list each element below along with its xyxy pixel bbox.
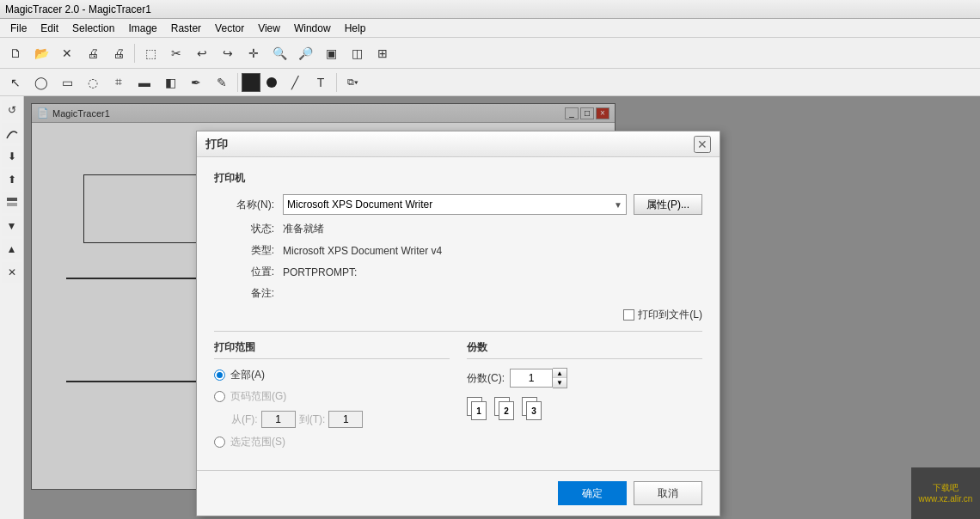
menu-help[interactable]: Help <box>338 21 373 36</box>
copies-row: 份数(C): ▲ ▼ <box>467 368 702 388</box>
spinner-up[interactable]: ▲ <box>553 369 567 378</box>
menu-raster[interactable]: Raster <box>164 21 208 36</box>
toolbar-main: 🗋 📂 ✕ 🖨 🖨 ⬚ ✂ ↩ ↪ ✛ 🔍 🔎 ▣ ◫ ⊞ <box>0 38 980 69</box>
lt-down-arrow[interactable]: ▼ <box>2 216 22 236</box>
svg-point-0 <box>266 77 277 88</box>
tb2-lasso[interactable]: ◯ <box>29 70 53 95</box>
lt-trace[interactable] <box>2 123 22 143</box>
lt-close2[interactable]: ✕ <box>2 262 22 283</box>
toolbar-tools: ↖ ◯ ▭ ◌ ⌗ ▬ ◧ ✒ ✎ ╱ T ⧉▾ <box>0 69 980 96</box>
tb-open[interactable]: 📂 <box>29 41 53 65</box>
radio-selection-label: 选定范围(S) <box>230 435 285 449</box>
radio-page-range-label: 页码范围(G) <box>230 389 286 404</box>
print-to-file-checkbox[interactable] <box>623 309 634 321</box>
tb2-layers[interactable]: ⧉▾ <box>340 70 364 95</box>
menu-edit[interactable]: Edit <box>34 21 65 36</box>
spinner-buttons: ▲ ▼ <box>553 368 567 388</box>
svg-rect-2 <box>7 203 17 206</box>
tb2-polyline[interactable]: ⌗ <box>107 70 131 95</box>
tb2-select[interactable]: ↖ <box>3 70 28 95</box>
print-to-file-label[interactable]: 打印到文件(L) <box>623 308 702 322</box>
radio-all-label: 全部(A) <box>230 368 265 382</box>
tb2-pen[interactable]: ✒ <box>184 70 208 95</box>
printer-location-row: 位置: PORTPROMPT: <box>214 265 702 279</box>
from-input[interactable] <box>261 411 296 428</box>
tb-zoomin[interactable]: 🔎 <box>293 41 317 65</box>
menu-image[interactable]: Image <box>121 21 163 36</box>
dialog-title-bar: 打印 ✕ <box>197 131 720 157</box>
tb-move[interactable]: ✛ <box>242 41 266 65</box>
section-divider <box>214 331 702 332</box>
tb2-rect[interactable]: ▭ <box>55 70 79 95</box>
radio-all-dot <box>217 372 223 378</box>
separator2 <box>237 73 238 92</box>
collate-page-3b: 3 <box>526 401 542 420</box>
printer-note-row: 备注: <box>214 286 702 301</box>
print-range-section: 打印范围 全部(A) 页码范围(G) <box>214 340 450 456</box>
printer-properties-button[interactable]: 属性(P)... <box>634 194 702 215</box>
tb-icon14[interactable]: ◫ <box>345 41 369 65</box>
radio-selection[interactable] <box>214 437 225 448</box>
tb2-fill-circle[interactable] <box>262 73 281 92</box>
lt-import[interactable]: ⬇ <box>2 146 22 167</box>
lt-layers-panel[interactable] <box>2 192 22 213</box>
collate-page-3b-text: 3 <box>531 406 536 416</box>
menu-window[interactable]: Window <box>287 21 338 36</box>
cancel-button[interactable]: 取消 <box>634 481 702 505</box>
dialog-body: 打印机 名称(N): Microsoft XPS Document Writer… <box>197 157 720 470</box>
print-range-title: 打印范围 <box>214 340 450 359</box>
printer-section-title: 打印机 <box>214 171 702 186</box>
to-input[interactable] <box>328 411 363 428</box>
copies-input[interactable] <box>510 369 553 388</box>
collate-icons: 1 1 2 2 <box>467 397 702 424</box>
lt-rotate[interactable]: ↺ <box>2 100 22 120</box>
location-value: PORTPROMPT: <box>283 266 357 278</box>
status-value: 准备就绪 <box>283 222 324 236</box>
tb-cut[interactable]: ✂ <box>164 41 188 65</box>
printer-select[interactable]: Microsoft XPS Document Writer ▼ <box>283 194 627 215</box>
tb2-wand[interactable]: ▬ <box>132 70 156 95</box>
tb-undo[interactable]: ↩ <box>190 41 214 65</box>
app-title: MagicTracer 2.0 - MagicTracer1 <box>5 3 151 15</box>
radio-all-row: 全部(A) <box>214 368 450 382</box>
menu-selection[interactable]: Selection <box>65 21 121 36</box>
tb-grid[interactable]: ⊞ <box>371 41 395 65</box>
confirm-button[interactable]: 确定 <box>558 481 627 505</box>
collate-icon-1: 1 1 <box>467 397 491 424</box>
printer-name-label: 名称(N): <box>214 198 274 212</box>
menu-vector[interactable]: Vector <box>208 21 251 36</box>
copies-spinner: ▲ ▼ <box>510 368 567 388</box>
tb-new[interactable]: 🗋 <box>3 41 28 65</box>
canvas-area: 📄 MagicTracer1 _ □ × 打印 ✕ <box>24 96 980 519</box>
menu-view[interactable]: View <box>251 21 287 36</box>
collate-page-1b: 1 <box>471 401 487 420</box>
tb-print[interactable]: 🖨 <box>81 41 105 65</box>
dialog-close-button[interactable]: ✕ <box>694 136 711 153</box>
tb-zoom[interactable]: 🔍 <box>267 41 291 65</box>
tb-icon6[interactable]: ⬚ <box>138 41 162 65</box>
tb2-eraser[interactable]: T <box>309 70 333 95</box>
type-value: Microsoft XPS Document Writer v4 <box>283 245 442 257</box>
tb2-line[interactable]: ╱ <box>283 70 307 95</box>
copies-title: 份数 <box>467 340 702 359</box>
menu-file[interactable]: File <box>3 21 34 36</box>
tb2-poly[interactable]: ◧ <box>158 70 182 95</box>
lt-up-arrow[interactable]: ▲ <box>2 239 22 260</box>
tb-print2[interactable]: 🖨 <box>107 41 131 65</box>
collate-icon-2: 2 2 <box>494 397 518 424</box>
printer-dropdown-arrow: ▼ <box>614 200 622 210</box>
tb-redo[interactable]: ↪ <box>216 41 240 65</box>
lt-export[interactable]: ⬆ <box>2 169 22 190</box>
tb2-fill-black[interactable] <box>242 73 260 92</box>
tb2-ellipse[interactable]: ◌ <box>81 70 105 95</box>
separator3 <box>336 73 337 92</box>
radio-all[interactable] <box>214 369 225 381</box>
tb-close[interactable]: ✕ <box>55 41 79 65</box>
radio-page-range-row: 页码范围(G) <box>214 389 450 404</box>
radio-page-range[interactable] <box>214 391 225 402</box>
tb2-brush[interactable]: ✎ <box>210 70 234 95</box>
menu-bar: File Edit Selection Image Raster Vector … <box>0 19 980 38</box>
tb-icon13[interactable]: ▣ <box>319 41 343 65</box>
spinner-down[interactable]: ▼ <box>553 378 567 388</box>
page-range-inputs: 从(F): 到(T): <box>214 411 450 428</box>
